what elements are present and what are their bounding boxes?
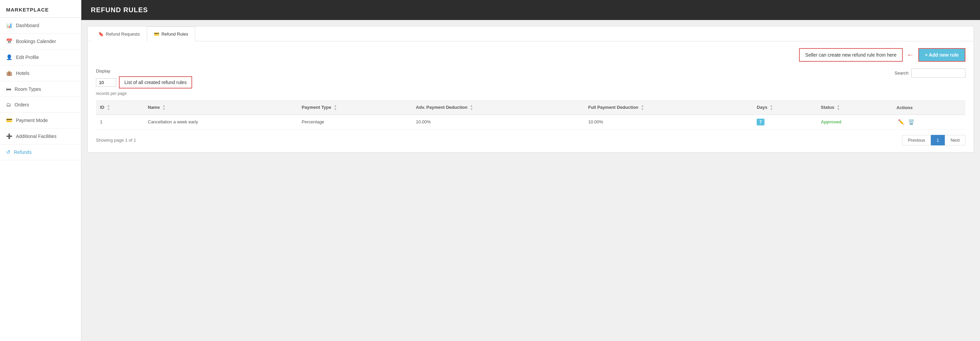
payment-icon: 💳 [6,117,13,123]
col-adv-payment-deduction: Adv. Payment Deduction ▲▼ [412,101,584,115]
sidebar-item-label: Edit Profile [16,54,39,60]
previous-button[interactable]: Previous [902,135,931,145]
seller-hint-text: Seller can create new refund rule from h… [805,52,896,57]
tab-label: Refund Requests [106,32,140,37]
sidebar-item-orders[interactable]: 🗂 Orders [0,97,81,113]
cell-status: Approved [817,115,892,129]
sort-arrows-payment-type: ▲▼ [334,104,337,111]
table-row: 1 Cancellation a week early Percentage 1… [96,115,966,129]
sidebar-item-label: Room Types [14,86,41,92]
col-status: Status ▲▼ [817,101,892,115]
days-badge: 7 [757,119,764,126]
display-select[interactable]: 10 25 50 100 [96,78,116,87]
sidebar-item-edit-profile[interactable]: 👤 Edit Profile [0,49,81,65]
sidebar-item-payment-mode[interactable]: 💳 Payment Mode [0,113,81,129]
col-id: ID ▲▼ [96,101,144,115]
sort-arrows-adv: ▲▼ [470,104,473,111]
search-input[interactable] [911,69,966,78]
records-per-page-label: records per page [96,91,192,96]
plus-icon: ➕ [6,133,13,139]
sidebar-item-additional-facilities[interactable]: ➕ Additional Facilities [0,129,81,144]
tab-refund-requests[interactable]: 🔖 Refund Requests [91,26,147,41]
hotel-icon: 🏨 [6,70,13,76]
list-hint-text: List of all created refund rules [124,80,187,85]
user-icon: 👤 [6,54,13,61]
tab-bar: 🔖 Refund Requests 💳 Refund Rules [88,26,974,41]
sidebar-item-label: Orders [14,102,29,107]
sort-arrows-days: ▲▼ [770,104,773,111]
cell-name: Cancellation a week early [144,115,298,129]
display-select-wrapper: 10 25 50 100 [96,78,116,87]
cell-payment-type: Percentage [298,115,412,129]
sidebar-item-label: Bookings Calender [16,39,56,44]
sidebar-item-refunds[interactable]: ↺ Refunds [0,144,81,160]
inner-content: Seller can create new refund rule from h… [88,41,974,152]
status-badge: Approved [821,120,842,124]
sidebar-item-label: Dashboard [16,23,39,28]
display-label: Display [96,69,192,73]
sort-arrows-name: ▲▼ [162,104,165,111]
arrow-icon: ← [907,51,914,59]
delete-button[interactable]: 🗑️ [907,118,916,126]
sidebar-item-bookings-calender[interactable]: 📅 Bookings Calender [0,33,81,49]
next-button[interactable]: Next [945,135,966,145]
sidebar-item-room-types[interactable]: 🛏 Room Types [0,81,81,97]
page-header: REFUND RULES [81,0,980,20]
sidebar-item-dashboard[interactable]: 📊 Dashboard [0,18,81,33]
bed-icon: 🛏 [6,86,11,92]
sort-arrows-full: ▲▼ [641,104,644,111]
page-1-button[interactable]: 1 [931,135,945,145]
tab-label: Refund Rules [161,32,188,37]
add-new-rule-button[interactable]: + Add new rule [918,48,966,62]
sort-arrows-status: ▲▼ [837,104,840,111]
col-payment-type: Payment Type ▲▼ [298,101,412,115]
col-full-payment-deduction: Full Payment Deduction ▲▼ [584,101,753,115]
sidebar-brand: MARKETPLACE [0,0,81,18]
sidebar-item-hotels[interactable]: 🏨 Hotels [0,65,81,81]
display-group: Display 10 25 50 100 List of all created… [96,69,192,96]
sidebar-item-label: Refunds [14,150,32,155]
refund-rules-table: ID ▲▼ Name ▲▼ Payment Type ▲▼ Adv. Pay [96,101,966,129]
controls-row: Display 10 25 50 100 List of all created… [96,69,966,96]
refund-requests-icon: 🔖 [98,32,104,37]
cell-id: 1 [96,115,144,129]
add-rule-row: Seller can create new refund rule from h… [96,48,966,62]
cell-adv-payment-deduction: 10.00% [412,115,584,129]
seller-hint-box: Seller can create new refund rule from h… [799,48,902,62]
cell-full-payment-deduction: 10.00% [584,115,753,129]
list-hint-box: List of all created refund rules [119,76,192,88]
sort-arrows-id: ▲▼ [107,104,110,111]
cell-days: 7 [752,115,817,129]
col-name: Name ▲▼ [144,101,298,115]
col-days: Days ▲▼ [752,101,817,115]
sidebar-item-label: Hotels [16,70,29,76]
display-select-row: 10 25 50 100 List of all created refund … [96,76,192,88]
content-area: 🔖 Refund Requests 💳 Refund Rules Seller … [88,26,974,153]
search-label: Search [895,70,908,76]
main-content: REFUND RULES 🔖 Refund Requests 💳 Refund … [81,0,980,341]
table-header-row: ID ▲▼ Name ▲▼ Payment Type ▲▼ Adv. Pay [96,101,966,115]
orders-icon: 🗂 [6,102,11,107]
pagination-row: Showing page 1 of 1 Previous 1 Next [96,135,966,145]
cell-actions: ✏️ 🗑️ [892,115,966,129]
tab-refund-rules[interactable]: 💳 Refund Rules [147,26,195,41]
showing-text: Showing page 1 of 1 [96,138,136,143]
sidebar-item-label: Additional Facilities [16,134,57,139]
refund-rules-tab-icon: 💳 [154,32,159,37]
search-group: Search [895,69,966,78]
sidebar: MARKETPLACE 📊 Dashboard 📅 Bookings Calen… [0,0,81,341]
sidebar-item-label: Payment Mode [16,118,48,123]
pagination-buttons: Previous 1 Next [902,135,966,145]
edit-button[interactable]: ✏️ [897,118,906,126]
dashboard-icon: 📊 [6,22,13,29]
col-actions: Actions [892,101,966,115]
refund-icon: ↺ [6,149,11,155]
calendar-icon: 📅 [6,38,13,45]
page-title: REFUND RULES [91,6,148,14]
